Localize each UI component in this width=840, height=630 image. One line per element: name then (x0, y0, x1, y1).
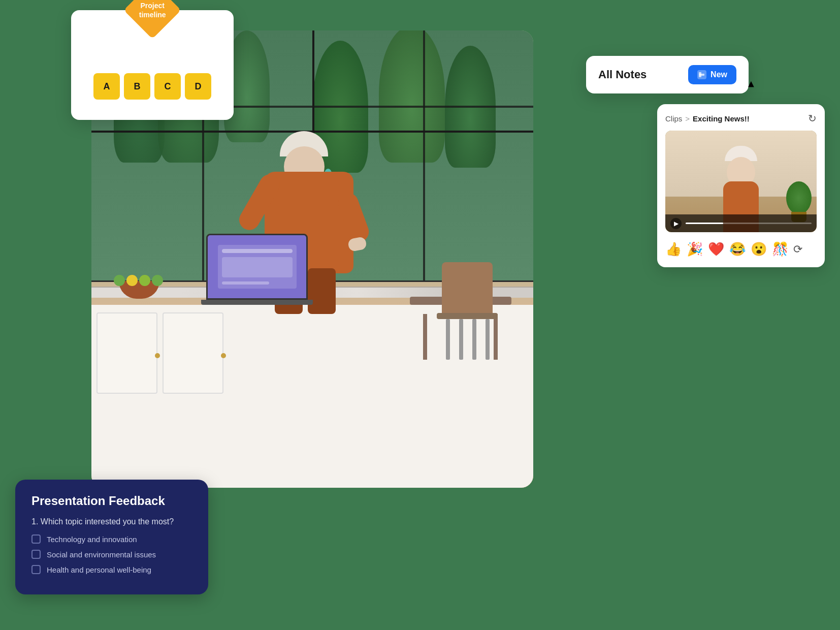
timeline-diamond: Projecttimeline (123, 0, 181, 39)
timeline-diamond-label: Projecttimeline (139, 1, 166, 19)
feedback-checkbox-1[interactable] (31, 534, 41, 544)
branch-lines-container (91, 41, 213, 71)
play-button[interactable]: ▶ (670, 218, 682, 229)
feedback-option-3: Health and personal well-being (31, 565, 192, 574)
feedback-option-2: Social and environmental issues (31, 550, 192, 559)
feedback-title: Presentation Feedback (31, 494, 192, 508)
feedback-card: Presentation Feedback 1. Which topic int… (15, 480, 208, 594)
video-progress-fill (686, 223, 723, 224)
timeline-branches: A B C D (91, 41, 213, 100)
video-progress-track[interactable] (686, 223, 812, 224)
new-button-icon (697, 70, 706, 79)
timeline-items-row: A B C D (93, 73, 211, 100)
all-notes-title: All Notes (598, 68, 647, 81)
all-notes-card: All Notes New (586, 56, 749, 93)
table-leg-2 (423, 314, 427, 360)
video-controls-bar: ▶ (665, 214, 817, 232)
clips-header: Clips > Exciting News!! ↻ (665, 112, 817, 124)
feedback-question: 1. Which topic interested you the most? (31, 517, 192, 526)
feedback-checkbox-3[interactable] (31, 565, 41, 574)
svg-rect-1 (699, 72, 701, 77)
feedback-option-1: Technology and innovation (31, 534, 192, 544)
video-thumbnail[interactable]: ▶ (665, 131, 817, 232)
reaction-custom[interactable]: ⟳ (793, 243, 802, 256)
feedback-option-3-label: Health and personal well-being (47, 565, 151, 574)
clips-breadcrumb-current: Exciting News!! (693, 114, 750, 123)
branch-drop-1 (104, 51, 105, 66)
feedback-checkbox-2[interactable] (31, 550, 41, 559)
reaction-bar: 👍 🎉 ❤️ 😂 😮 🎊 ⟳ (665, 239, 817, 259)
timeline-item-b[interactable]: B (124, 73, 150, 100)
reaction-party[interactable]: 🎉 (687, 241, 703, 257)
timeline-item-c[interactable]: C (154, 73, 181, 100)
reaction-thumbsup[interactable]: 👍 (665, 241, 682, 257)
reaction-laugh[interactable]: 😂 (729, 241, 746, 257)
clips-breadcrumb: Clips > Exciting News!! (665, 114, 750, 123)
refresh-icon[interactable]: ↻ (808, 112, 817, 124)
clips-breadcrumb-parent[interactable]: Clips (665, 114, 682, 123)
branch-drop-2 (135, 51, 136, 66)
project-timeline-card: Projecttimeline A B C D (71, 10, 234, 120)
clips-breadcrumb-sep: > (685, 114, 690, 123)
fruit-bowl (114, 268, 165, 299)
feedback-option-2-label: Social and environmental issues (47, 550, 156, 559)
reaction-celebrate[interactable]: 🎊 (772, 241, 788, 257)
laptop (206, 234, 313, 305)
reaction-heart[interactable]: ❤️ (708, 241, 724, 257)
branch-horizontal (104, 51, 201, 52)
branch-drop-3 (168, 51, 169, 66)
timeline-item-a[interactable]: A (93, 73, 120, 100)
new-button[interactable]: New (688, 65, 736, 84)
reaction-wow[interactable]: 😮 (751, 241, 767, 257)
chair-right (442, 262, 498, 360)
branch-drop-4 (200, 51, 201, 66)
clips-video-card: Clips > Exciting News!! ↻ ▶ (657, 104, 825, 267)
feedback-option-1-label: Technology and innovation (47, 535, 137, 544)
timeline-item-d[interactable]: D (185, 73, 211, 100)
new-button-label: New (710, 70, 727, 79)
branch-trunk (152, 41, 153, 51)
